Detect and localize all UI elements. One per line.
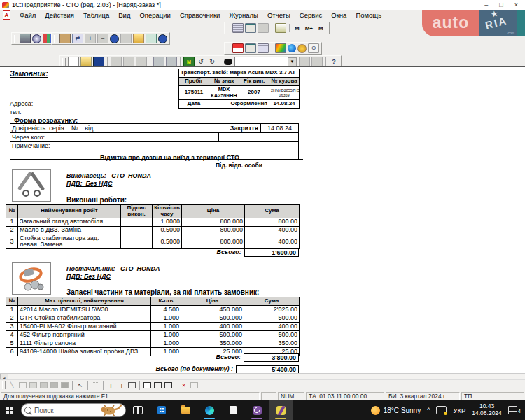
open-bracket-icon[interactable]: [	[106, 382, 115, 389]
memory-plus-button[interactable]: М+	[303, 25, 315, 31]
menu-help[interactable]: Помощь	[356, 11, 382, 19]
grid-area-icon[interactable]	[91, 382, 100, 389]
picture-tool-icon[interactable]	[39, 382, 48, 389]
find-prev-icon[interactable]	[312, 57, 323, 66]
notification-center-button[interactable]: 4	[508, 406, 521, 414]
format-pen-icon[interactable]	[258, 23, 269, 33]
section-icon[interactable]	[120, 34, 132, 43]
transfer-arrows-icon[interactable]: ⇄	[72, 34, 83, 43]
info-icon[interactable]	[110, 34, 119, 43]
clock-widget[interactable]: 10:43 14.08.2024	[472, 403, 502, 417]
chevron-down-icon[interactable]: ▾	[288, 57, 297, 66]
close-bracket-icon[interactable]: ]	[117, 382, 126, 389]
print-preview-icon[interactable]	[166, 57, 177, 66]
chart-rainbow-icon[interactable]	[275, 43, 286, 53]
hide-grid-icon[interactable]: ×	[179, 382, 188, 389]
goods-icon[interactable]	[59, 34, 71, 43]
line-tool-icon[interactable]: ╲	[8, 382, 17, 389]
start-button[interactable]	[0, 407, 18, 414]
find-next-icon[interactable]	[299, 57, 310, 66]
post-icon[interactable]	[158, 34, 167, 43]
currency-icon[interactable]	[298, 44, 307, 53]
menu-service[interactable]: Сервис	[300, 11, 323, 19]
notes-icon[interactable]	[245, 43, 256, 53]
edge-icon	[205, 406, 214, 415]
toolbar-grip[interactable]	[227, 45, 230, 52]
toolbar-grip[interactable]	[62, 58, 66, 66]
edge-button[interactable]	[197, 400, 221, 420]
tablet-pen-icon[interactable]	[436, 406, 447, 414]
weather-widget[interactable]: 18°C Sunny	[371, 406, 421, 415]
select-cursor-icon[interactable]: ↖	[76, 382, 85, 389]
grid-icon[interactable]	[258, 43, 269, 53]
task-view-button[interactable]	[126, 400, 150, 420]
rectangle-tool-icon[interactable]	[18, 382, 27, 389]
menu-view[interactable]: Вид	[118, 11, 130, 19]
object-tool-icon[interactable]	[60, 382, 69, 389]
undo-icon[interactable]: ↺	[196, 57, 206, 66]
plus-icon[interactable]: +	[85, 34, 96, 43]
minus-icon[interactable]: −	[97, 34, 108, 43]
page-break-icon[interactable]	[245, 23, 256, 33]
save-icon[interactable]	[93, 57, 104, 66]
file-explorer-button[interactable]	[174, 400, 197, 420]
close-button[interactable]: ×	[514, 1, 518, 8]
store-button[interactable]	[150, 400, 174, 420]
menu-table[interactable]: Таблица	[83, 11, 109, 19]
panel-view-icon[interactable]	[164, 382, 173, 389]
table-view-icon[interactable]	[143, 382, 152, 389]
notebook-icon[interactable]	[275, 23, 286, 33]
table-settings-icon[interactable]	[232, 23, 244, 33]
table-cell: 1.000	[151, 323, 181, 331]
status-empty	[261, 392, 276, 400]
toolbar-grip[interactable]	[227, 24, 230, 32]
maximize-button[interactable]: □	[499, 1, 503, 8]
copy-icon[interactable]	[123, 57, 134, 66]
language-indicator[interactable]: УКР	[453, 407, 465, 414]
menu-journals[interactable]: Журналы	[229, 11, 258, 19]
menu-operations[interactable]: Операции	[139, 11, 170, 19]
find-icon[interactable]	[223, 57, 233, 66]
globe-icon[interactable]	[288, 44, 296, 52]
fix-document-icon[interactable]	[232, 43, 244, 53]
1c-app-button[interactable]	[269, 400, 293, 420]
text-tool-icon[interactable]	[29, 382, 38, 389]
search-input[interactable]: Поиск	[21, 403, 126, 417]
transport-table: Транспорт. засіб: марка Acura MDX 3.7 AT…	[178, 69, 300, 108]
gecko-image	[99, 403, 122, 417]
document-app-button[interactable]	[221, 400, 245, 420]
organization-icon[interactable]	[20, 34, 31, 43]
diagram-tool-icon[interactable]	[50, 382, 59, 389]
menu-windows[interactable]: Окна	[331, 11, 346, 19]
memory-minus-button[interactable]: М-	[316, 25, 327, 31]
table-cell: 400.000	[181, 323, 244, 331]
folder-icon[interactable]	[133, 34, 144, 43]
monitor-icon[interactable]: М	[183, 57, 195, 66]
headers-view-icon[interactable]	[153, 382, 162, 389]
toolbar-grip[interactable]	[14, 35, 18, 43]
minimize-button[interactable]: –	[484, 1, 488, 8]
paste-icon[interactable]	[136, 57, 147, 66]
toolbar-grip[interactable]	[54, 35, 57, 43]
cut-icon[interactable]	[111, 57, 122, 66]
viber-button[interactable]	[245, 400, 269, 420]
help-icon[interactable]: ?	[329, 57, 339, 66]
clock-icon[interactable]	[32, 34, 41, 43]
new-document-icon[interactable]	[68, 57, 79, 66]
menu-file[interactable]: Файл	[20, 11, 36, 19]
tray-chevron-icon[interactable]: ^	[427, 407, 430, 414]
redo-icon[interactable]: ↻	[207, 57, 217, 66]
card-icon[interactable]	[146, 34, 157, 43]
section-names-icon[interactable]	[127, 382, 136, 389]
freeze-panes-icon[interactable]	[190, 382, 199, 389]
menu-references[interactable]: Справочники	[180, 11, 220, 19]
menu-actions[interactable]: Действия	[45, 11, 74, 19]
print-icon[interactable]	[153, 57, 164, 66]
table-cell: 4	[6, 331, 18, 340]
menu-reports[interactable]: Отчеты	[267, 11, 290, 19]
zoom-icon[interactable]: ⊙	[308, 43, 319, 53]
toolbar-grip[interactable]	[2, 382, 6, 389]
open-icon[interactable]	[80, 57, 92, 66]
find-combobox[interactable]: ▾	[234, 57, 298, 67]
memory-button[interactable]: М	[293, 25, 302, 31]
